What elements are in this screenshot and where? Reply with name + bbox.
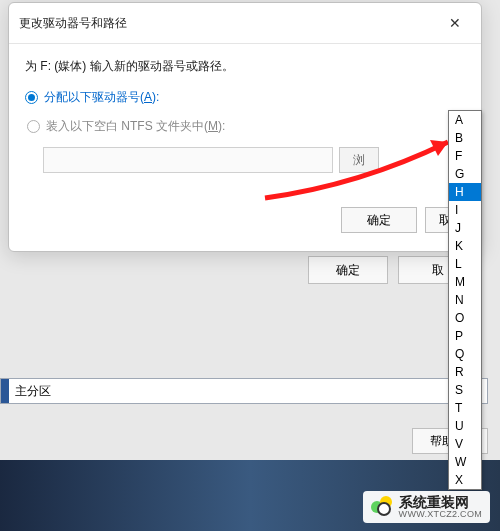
drive-letter-option-v[interactable]: V [449,435,481,453]
drive-letter-option-w[interactable]: W [449,453,481,471]
mount-folder-option[interactable]: 装入以下空白 NTFS 文件夹中(M): [27,118,465,135]
drive-letter-option-x[interactable]: X [449,471,481,489]
drive-letter-option-b[interactable]: B [449,129,481,147]
instruction-text: 为 F: (媒体) 输入新的驱动器号或路径。 [25,58,465,75]
drive-letter-option-n[interactable]: N [449,291,481,309]
dialog-body: 为 F: (媒体) 输入新的驱动器号或路径。 分配以下驱动器号(A): 装入以下… [9,44,481,251]
watermark-brand: 系统重装网 [399,495,482,510]
close-icon: ✕ [449,15,461,31]
dialog-title: 更改驱动器号和路径 [19,15,127,32]
browse-button: 浏 [339,147,379,173]
drive-letter-option-p[interactable]: P [449,327,481,345]
dialog-button-row: 确定 取 [25,207,465,233]
drive-letter-option-m[interactable]: M [449,273,481,291]
radio-mount-folder[interactable] [27,120,40,133]
change-drive-letter-dialog: 更改驱动器号和路径 ✕ 为 F: (媒体) 输入新的驱动器号或路径。 分配以下驱… [8,2,482,252]
drive-letter-option-k[interactable]: K [449,237,481,255]
parent-ok-button[interactable]: 确定 [308,256,388,284]
ok-button[interactable]: 确定 [341,207,417,233]
parent-dialog-fragment: 确定 取 [16,250,478,284]
help-row: 帮助(H) [0,428,488,454]
drive-letter-option-t[interactable]: T [449,399,481,417]
mount-folder-label: 装入以下空白 NTFS 文件夹中(M): [46,118,225,135]
assign-letter-label: 分配以下驱动器号(A): [44,89,159,106]
mount-path-row: 浏 [43,147,465,173]
watermark-logo-icon [371,496,393,518]
drive-letter-option-l[interactable]: L [449,255,481,273]
partition-label: 主分区 [15,383,51,400]
drive-letter-option-u[interactable]: U [449,417,481,435]
drive-letter-dropdown[interactable]: ABFGHIJKLMNOPQRSTUVWX [448,110,482,490]
drive-letter-option-i[interactable]: I [449,201,481,219]
drive-letter-option-o[interactable]: O [449,309,481,327]
watermark: 系统重装网 WWW.XTCZ2.COM [363,491,490,523]
watermark-url: WWW.XTCZ2.COM [399,510,482,519]
drive-letter-option-q[interactable]: Q [449,345,481,363]
drive-letter-option-j[interactable]: J [449,219,481,237]
assign-letter-option[interactable]: 分配以下驱动器号(A): [25,89,465,106]
partition-color-marker [1,379,9,403]
drive-letter-option-s[interactable]: S [449,381,481,399]
radio-assign-letter[interactable] [25,91,38,104]
drive-letter-option-r[interactable]: R [449,363,481,381]
drive-letter-option-g[interactable]: G [449,165,481,183]
drive-letter-option-f[interactable]: F [449,147,481,165]
partition-bar[interactable]: 主分区 [0,378,488,404]
close-button[interactable]: ✕ [439,11,471,35]
mount-path-input [43,147,333,173]
drive-letter-option-h[interactable]: H [449,183,481,201]
titlebar: 更改驱动器号和路径 ✕ [9,3,481,44]
drive-letter-option-a[interactable]: A [449,111,481,129]
